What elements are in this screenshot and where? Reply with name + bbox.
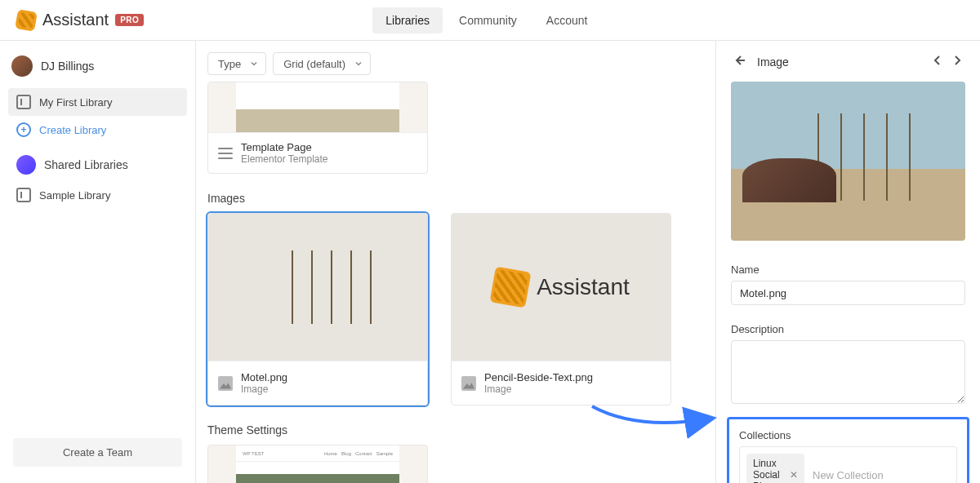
back-arrow-icon[interactable] [731, 52, 747, 72]
library-icon [16, 188, 31, 202]
nav-account[interactable]: Account [533, 7, 601, 33]
image-thumbnail: Assistant [452, 214, 670, 361]
images-section-title: Images [196, 174, 715, 213]
template-title: Template Page [241, 141, 328, 153]
image-name: Pencil-Beside-Text.png [484, 371, 593, 383]
shared-libraries-header: Shared Libraries [8, 144, 187, 181]
collection-chip: Linux Social Pizza ✕ [746, 454, 804, 483]
chevron-down-icon [249, 59, 259, 71]
main-content: Type Grid (default) Template Page Elemen… [196, 41, 715, 483]
description-textarea[interactable] [731, 340, 965, 404]
image-card-pencil[interactable]: Assistant Pencil-Beside-Text.png Image [451, 213, 671, 405]
app-header: Assistant PRO Libraries Community Accoun… [0, 0, 980, 41]
sidebar-item-sample-library[interactable]: Sample Library [8, 181, 187, 209]
nav-community[interactable]: Community [446, 7, 530, 33]
details-panel: Image Name Description Collections Linux… [715, 41, 980, 483]
details-header: Image [731, 52, 965, 72]
main-nav: Libraries Community Account [372, 7, 600, 33]
nav-libraries[interactable]: Libraries [372, 7, 443, 33]
filters-row: Type Grid (default) [196, 41, 715, 75]
type-filter-label: Type [218, 58, 241, 70]
image-icon [461, 376, 476, 391]
theme-settings-section-title: Theme Settings [196, 405, 715, 445]
plus-icon: + [16, 122, 31, 137]
pro-badge: PRO [115, 14, 144, 26]
avatar [11, 55, 33, 77]
collection-chip-label: Linux Social Pizza [753, 458, 785, 483]
shared-icon [16, 155, 36, 175]
collections-label: Collections [739, 429, 957, 441]
shared-libraries-label: Shared Libraries [44, 158, 128, 171]
details-title: Image [757, 55, 789, 69]
sort-select[interactable]: Grid (default) [273, 52, 371, 75]
collections-section: Collections Linux Social Pizza ✕ [727, 417, 969, 483]
library-icon [16, 95, 31, 109]
library-label: Sample Library [39, 189, 110, 202]
type-filter-select[interactable]: Type [207, 52, 266, 75]
assistant-logo-icon [15, 9, 38, 32]
template-subtitle: Elementor Template [241, 153, 328, 165]
library-label: My First Library [39, 96, 113, 109]
remove-chip-icon[interactable]: ✕ [790, 469, 798, 481]
image-icon [218, 376, 233, 391]
next-arrow-icon[interactable] [949, 52, 965, 72]
image-preview [731, 82, 965, 241]
image-card-motel[interactable]: Motel.png Image [207, 213, 428, 405]
assistant-logo-icon [490, 267, 532, 308]
create-library-button[interactable]: + Create Library [8, 116, 187, 144]
create-team-button[interactable]: Create a Team [13, 438, 182, 467]
template-card[interactable]: Template Page Elementor Template [207, 82, 428, 174]
user-name: DJ Billings [41, 60, 94, 73]
prev-arrow-icon[interactable] [929, 52, 946, 72]
template-thumbnail [208, 82, 427, 133]
collections-input-row[interactable]: Linux Social Pizza ✕ [739, 446, 957, 483]
logo-area: Assistant PRO [16, 11, 144, 30]
user-row[interactable]: DJ Billings [8, 52, 187, 88]
image-thumbnail [208, 214, 427, 361]
theme-settings-card[interactable]: WP TESTHome Blog Contact Sample [207, 445, 428, 483]
image-name: Motel.png [241, 371, 287, 383]
sidebar-item-my-first-library[interactable]: My First Library [8, 88, 187, 116]
sidebar: DJ Billings My First Library + Create Li… [0, 41, 196, 483]
new-collection-input[interactable] [813, 469, 950, 481]
name-input[interactable] [731, 281, 965, 305]
image-type: Image [484, 383, 593, 395]
create-library-label: Create Library [39, 124, 106, 136]
description-field-label: Description [731, 323, 965, 335]
chevron-down-icon [354, 59, 363, 71]
image-type: Image [241, 383, 287, 395]
logo-text: Assistant [42, 11, 109, 29]
assistant-logo-text: Assistant [537, 274, 630, 300]
sort-label: Grid (default) [283, 58, 345, 70]
name-field-label: Name [731, 264, 965, 276]
template-icon [218, 146, 233, 161]
